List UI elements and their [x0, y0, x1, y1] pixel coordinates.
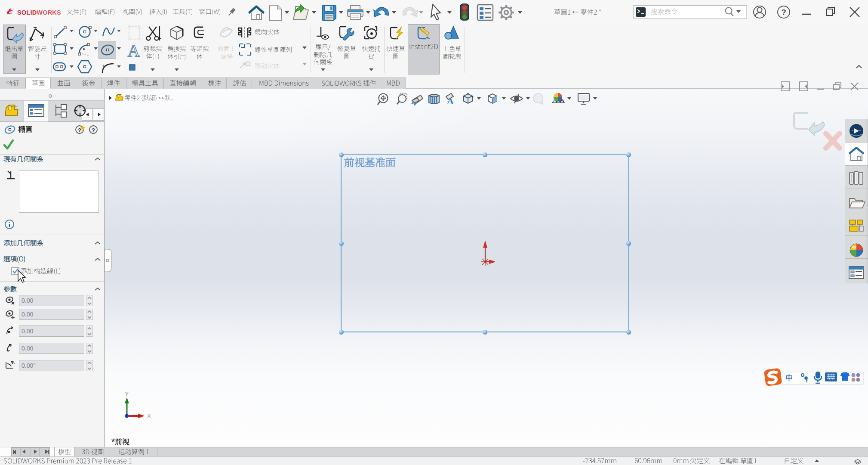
svg-text:X: X [147, 412, 151, 419]
svg-text:A: A [128, 41, 140, 60]
svg-text:?: ? [78, 127, 81, 133]
svg-text:?: ? [781, 8, 786, 17]
svg-text:?: ? [92, 127, 95, 133]
svg-text:A: A [12, 360, 15, 365]
svg-text:A: A [447, 96, 454, 106]
svg-text:Y: Y [125, 391, 129, 397]
svg-text:SOLIDWORKS: SOLIDWORKS [17, 9, 61, 16]
